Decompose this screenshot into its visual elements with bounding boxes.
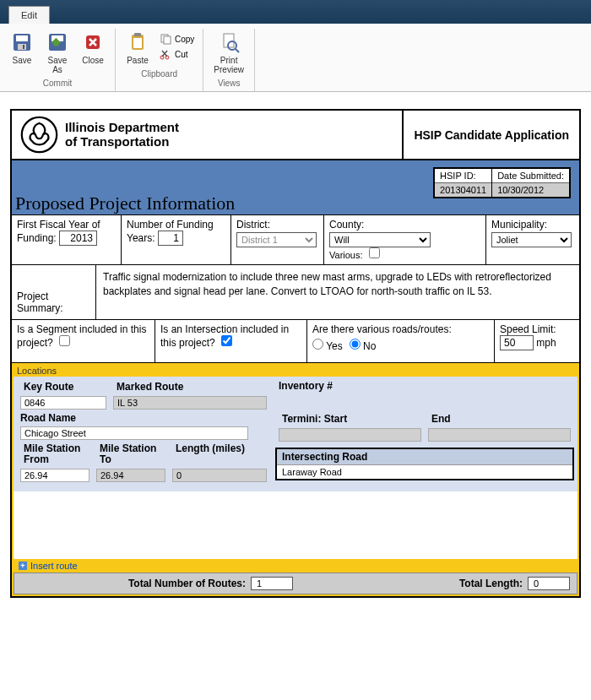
copy-button[interactable]: Copy [156,32,198,46]
termini-start-value [279,428,421,442]
logo-cell: Illinois Department of Transportation [12,111,404,159]
total-length-value [528,577,570,590]
copy-label: Copy [175,35,194,44]
various-roads-label: Are there various roads/routes: [312,323,452,335]
svg-line-16 [236,49,239,52]
ribbon-group-views: Print Preview Views [203,29,255,91]
plus-icon: + [19,562,27,570]
idot-logo-icon [20,116,58,154]
termini-end-value [428,428,571,442]
numyears-label: Number of Funding [127,219,214,231]
group-label-commit: Commit [5,76,110,91]
org-line2: of Transportation [65,135,179,149]
print-preview-label: Print Preview [214,56,244,74]
section-title: Proposed Project Information [15,193,235,214]
summary-text: Traffic signal modernization to include … [96,265,579,319]
insert-route-label: Insert route [30,561,78,571]
total-length-label: Total Length: [298,578,523,589]
print-preview-button[interactable]: Print Preview [209,29,249,76]
numyears-input[interactable] [158,231,183,246]
form: Illinois Department of Transportation HS… [10,109,581,598]
summary-label: Project Summary: [12,265,96,319]
total-routes-label: Total Number of Routes: [21,578,246,589]
svg-rect-2 [18,44,26,50]
cut-button[interactable]: Cut [156,47,198,61]
ribbon-group-clipboard: Paste Copy Cut Clipboard [116,29,203,91]
county-label: County: [329,219,480,231]
paste-label: Paste [127,56,149,65]
yes-radio[interactable] [312,339,323,350]
totals-row: Total Number of Routes: Total Length: [14,572,577,594]
inventory-header: Inventory # [275,378,574,393]
msfrom-value[interactable]: 26.94 [20,469,89,482]
date-submitted-label: Date Submitted: [492,169,569,183]
svg-rect-11 [164,36,171,44]
intersecting-box: Intersecting Road Laraway Road [275,448,574,480]
hsip-info-box: HSIP ID: 201304011 Date Submitted: 10/30… [433,167,571,198]
segment-label: Is a Segment included in this project? [17,323,146,349]
close-icon [81,30,105,54]
paste-button[interactable]: Paste [121,29,155,67]
tab-edit[interactable]: Edit [8,6,50,24]
fy-label2: Funding: [17,232,57,244]
ribbon-group-commit: Save Save As Close Commit [0,29,116,91]
close-label: Close [82,56,104,65]
fy-label: First Fiscal Year of [17,219,100,231]
cut-icon [160,48,171,60]
date-submitted-value: 10/30/2012 [492,183,569,197]
intersecting-value[interactable]: Laraway Road [277,465,572,479]
save-label: Save [13,56,32,65]
locations-section: Locations Key Route Marked Route 0846 IL… [12,363,579,596]
save-as-label: Save As [48,56,68,74]
msto-value: 26.94 [96,469,165,482]
print-preview-icon [217,30,241,54]
district-select[interactable]: District 1 [236,232,317,247]
keyroute-value[interactable]: 0846 [20,396,106,410]
markedroute-value: IL 53 [113,396,267,410]
save-button[interactable]: Save [5,29,39,67]
group-label-clipboard: Clipboard [121,67,198,82]
various-checkbox[interactable] [369,247,380,258]
paste-icon [126,30,149,54]
svg-rect-9 [133,38,142,48]
locations-title: Locations [14,365,577,377]
msfrom-header: Mile Station From [20,442,89,467]
close-button[interactable]: Close [76,29,110,67]
section-band: HSIP ID: 201304011 Date Submitted: 10/30… [12,160,579,215]
speed-label: Speed Limit: [500,323,556,335]
group-label-views: Views [209,76,249,91]
cut-label: Cut [175,50,188,59]
county-select[interactable]: Will [329,232,431,247]
termini-end-header: End [428,411,571,426]
intersection-checkbox[interactable] [221,335,232,346]
numyears-label2: Years: [127,232,155,244]
roadname-header: Road Name [17,410,270,426]
save-as-icon [46,30,69,54]
length-value: 0 [172,469,267,482]
save-as-button[interactable]: Save As [41,29,74,76]
roadname-value[interactable]: Chicago Street [20,426,248,440]
insert-route-link[interactable]: + Insert route [14,559,577,572]
district-label: District: [236,219,318,231]
segment-checkbox[interactable] [59,335,70,346]
yes-radio-label[interactable]: Yes [312,339,343,352]
hsip-id-value: 201304011 [435,183,491,197]
various-label: Various: [329,250,363,260]
org-line1: Illinois Department [65,121,179,135]
svg-rect-1 [16,35,28,41]
app-title: HSIP Candidate Application [404,111,579,159]
fy-input[interactable] [59,231,97,246]
keyroute-header: Key Route [20,379,106,394]
speed-input[interactable] [500,335,534,350]
markedroute-header: Marked Route [113,379,267,394]
no-radio-label[interactable]: No [350,339,377,352]
no-radio[interactable] [350,339,361,350]
termini-start-header: Termini: Start [279,411,421,426]
municipality-select[interactable]: Joliet [491,232,572,247]
ribbon: Save Save As Close Commit Paste Copy [0,24,591,92]
svg-rect-8 [134,33,141,36]
intersecting-header: Intersecting Road [277,449,572,465]
hsip-id-label: HSIP ID: [435,169,491,183]
locations-whitespace [14,491,577,559]
total-routes-value [251,577,293,590]
